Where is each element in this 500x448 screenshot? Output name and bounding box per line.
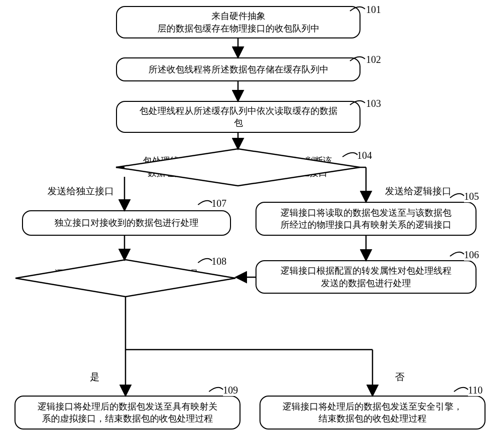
label-104: 104 [357,150,372,161]
label-108: 108 [212,256,226,267]
label-107: 107 [212,198,226,209]
step-110: 逻辑接口将处理后的数据包发送至安全引擎，结束数据包的收包处理过程 [260,396,486,430]
edge-label-yes: 是 [90,371,100,384]
step-107-text: 独立接口对接收到的数据包进行处理 [54,217,198,229]
edge-label-to107: 发送给独立接口 [48,185,114,198]
label-106: 106 [464,249,479,261]
step-105: 逻辑接口将读取的数据包发送至与该数据包所经过的物理接口具有映射关系的逻辑接口 [256,202,476,236]
label-109: 109 [223,385,238,396]
decision-108-text: 逻辑接口判断处理后的数据包是否是本地数据 [45,268,208,292]
edge-label-to105: 发送给逻辑接口 [385,185,452,198]
label-101: 101 [366,4,381,15]
step-105-text: 逻辑接口将读取的数据包发送至与该数据包所经过的物理接口具有映射关系的逻辑接口 [280,207,452,231]
label-105: 105 [464,191,479,202]
step-102-text: 所述收包线程将所述数据包存储在缓存队列中 [148,63,328,75]
step-102: 所述收包线程将所述数据包存储在缓存队列中 [116,57,360,81]
step-109-text: 逻辑接口将处理后的数据包发送至具有映射关系的虚拟接口，结束数据包的收包处理过程 [38,401,218,425]
step-101: 来自硬件抽象层的数据包缓存在物理接口的收包队列中 [116,6,360,38]
step-103: 包处理线程从所述缓存队列中依次读取缓存的数据包 [116,101,360,133]
step-101-text: 来自硬件抽象层的数据包缓存在物理接口的收包队列中 [158,10,320,34]
label-110: 110 [468,385,482,396]
step-103-text: 包处理线程从所述缓存队列中依次读取缓存的数据包 [140,105,338,129]
label-103: 103 [366,98,381,109]
step-106-text: 逻辑接口根据配置的转发属性对包处理线程发送的数据包进行处理 [280,265,452,289]
step-107: 独立接口对接收到的数据包进行处理 [22,210,231,236]
edge-label-no: 否 [395,371,404,384]
step-109: 逻辑接口将处理后的数据包发送至具有映射关系的虚拟接口，结束数据包的收包处理过程 [14,396,240,430]
decision-104-text: 包处理线程对读取出的数据包进行识别，判断该数据包是发送至逻辑接口还是发送至独立接… [128,155,348,179]
step-110-text: 逻辑接口将处理后的数据包发送至安全引擎，结束数据包的收包处理过程 [282,401,462,425]
label-102: 102 [366,54,381,65]
step-106: 逻辑接口根据配置的转发属性对包处理线程发送的数据包进行处理 [256,260,476,294]
